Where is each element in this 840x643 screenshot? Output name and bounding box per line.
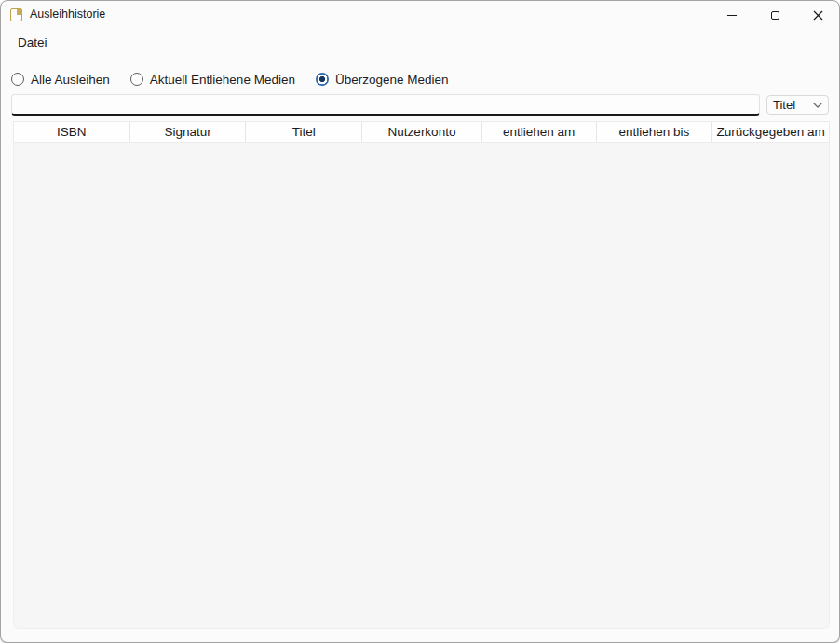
table-body-empty[interactable] <box>13 143 830 629</box>
radio-label: Alle Ausleihen <box>31 73 110 87</box>
menubar: Datei <box>1 31 839 55</box>
close-icon <box>813 10 823 21</box>
titlebar[interactable]: Ausleihhistorie <box>1 1 839 29</box>
search-field-select[interactable]: Titel <box>766 95 829 115</box>
radio-ueberzogene-medien[interactable]: Überzogene Medien <box>316 73 449 87</box>
results-table: ISBN Signatur Titel Nutzerkonto entliehe… <box>13 121 830 630</box>
maximize-icon <box>771 11 779 20</box>
table-header-row: ISBN Signatur Titel Nutzerkonto entliehe… <box>13 121 830 143</box>
column-header-isbn[interactable]: ISBN <box>14 122 130 142</box>
maximize-button[interactable] <box>753 1 796 29</box>
radio-button-icon <box>11 73 24 86</box>
column-header-titel[interactable]: Titel <box>246 122 362 142</box>
radio-button-icon <box>316 73 329 86</box>
window-title: Ausleihhistorie <box>30 7 105 21</box>
combo-selected-value: Titel <box>773 98 813 112</box>
column-header-zurueckgegeben-am[interactable]: Zurückgegeben am <box>712 122 829 142</box>
window-controls <box>711 1 839 29</box>
radio-label: Überzogene Medien <box>335 73 449 87</box>
radio-button-icon <box>130 73 143 86</box>
book-icon <box>10 8 22 21</box>
minimize-icon <box>727 15 737 16</box>
chevron-down-icon <box>813 103 822 108</box>
radio-alle-ausleihen[interactable]: Alle Ausleihen <box>11 73 110 87</box>
radio-label: Aktuell Entliehene Medien <box>150 73 295 87</box>
menu-item-datei[interactable]: Datei <box>18 35 47 49</box>
column-header-nutzerkonto[interactable]: Nutzerkonto <box>362 122 482 142</box>
column-header-entliehen-bis[interactable]: entliehen bis <box>597 122 713 142</box>
close-button[interactable] <box>796 1 839 29</box>
column-header-entliehen-am[interactable]: entliehen am <box>482 122 597 142</box>
radio-aktuell-entliehene-medien[interactable]: Aktuell Entliehene Medien <box>130 73 295 87</box>
column-header-signatur[interactable]: Signatur <box>130 122 247 142</box>
window-ausleihhistorie: Ausleihhistorie Datei Alle Ausleihen <box>0 0 840 643</box>
filter-row: Alle Ausleihen Aktuell Entliehene Medien… <box>11 70 469 89</box>
search-input[interactable] <box>11 94 760 116</box>
minimize-button[interactable] <box>711 1 753 29</box>
